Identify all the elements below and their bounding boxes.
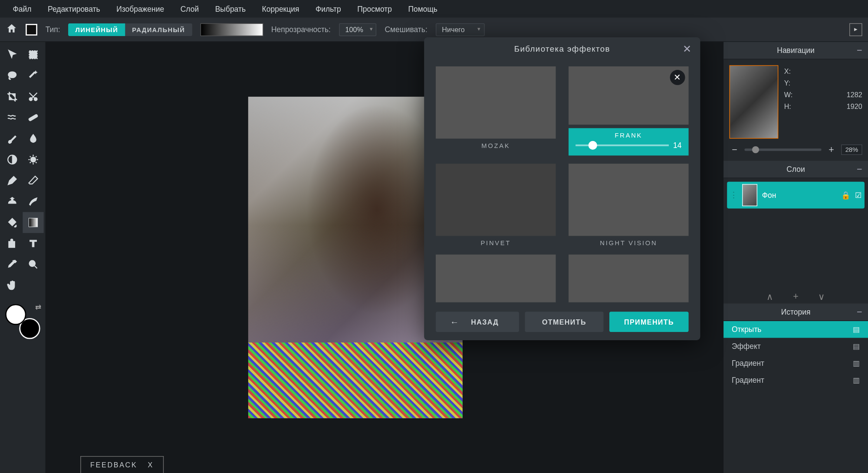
svg-point-9 bbox=[30, 260, 35, 266]
nav-info: X: Y: W:1282 H:1920 bbox=[784, 65, 862, 138]
sharpen-tool[interactable] bbox=[23, 149, 43, 170]
modal-close-icon[interactable]: ✕ bbox=[683, 43, 692, 56]
nav-title: Навигации bbox=[777, 46, 815, 55]
gradient-tool-icon bbox=[26, 23, 37, 35]
lasso-tool[interactable] bbox=[2, 65, 23, 86]
effect-frank[interactable]: ✕ FRANK 14 bbox=[569, 66, 689, 155]
feedback-tab[interactable]: FEEDBACK X bbox=[80, 456, 164, 473]
wand-tool[interactable] bbox=[23, 65, 43, 86]
gradient-tool[interactable] bbox=[23, 212, 43, 233]
menu-layer[interactable]: Слой bbox=[172, 1, 207, 16]
menu-image[interactable]: Изображение bbox=[108, 1, 172, 16]
blur-tool[interactable] bbox=[23, 128, 43, 149]
dodge-tool[interactable] bbox=[2, 149, 23, 170]
effect-label: FRANK bbox=[575, 131, 681, 138]
effect-slider[interactable] bbox=[575, 145, 668, 146]
opacity-label: Непрозрачность: bbox=[271, 25, 331, 34]
svg-point-1 bbox=[8, 72, 16, 78]
nav-panel-body: X: Y: W:1282 H:1920 bbox=[723, 59, 868, 142]
liquify-tool[interactable] bbox=[2, 107, 23, 128]
nav-x-label: X: bbox=[784, 68, 791, 76]
crop-tool[interactable] bbox=[2, 86, 23, 107]
zoom-slider[interactable] bbox=[744, 148, 821, 151]
menu-help[interactable]: Помощь bbox=[400, 1, 446, 16]
layers-title: Слои bbox=[786, 165, 805, 174]
nav-minimize-icon[interactable]: − bbox=[857, 45, 862, 56]
menu-view[interactable]: Просмотр bbox=[349, 1, 400, 16]
effect-thumb bbox=[436, 164, 556, 236]
effect-label: MOZAK bbox=[481, 142, 510, 149]
layer-add-icon[interactable]: + bbox=[793, 291, 799, 302]
effect-preview-5[interactable] bbox=[436, 255, 556, 302]
history-item-gradient[interactable]: Градиент▥ bbox=[723, 355, 868, 371]
history-icon: ▥ bbox=[853, 376, 860, 384]
modal-buttons: НАЗАД ОТМЕНИТЬ ПРИМЕНИТЬ bbox=[424, 305, 700, 332]
color-swatches[interactable]: ⇄ bbox=[5, 304, 40, 339]
layer-row[interactable]: ⋮ Фон 🔒 ☑ bbox=[727, 182, 865, 209]
text-tool[interactable] bbox=[23, 233, 43, 254]
zoom-value[interactable]: 28% bbox=[841, 145, 862, 155]
history-minimize-icon[interactable]: − bbox=[857, 307, 862, 317]
zoom-tool[interactable] bbox=[23, 254, 43, 275]
clone-tool[interactable] bbox=[2, 191, 23, 212]
layer-buttons: ∧ + ∨ bbox=[723, 288, 868, 303]
blend-dropdown[interactable]: Ничего bbox=[436, 23, 485, 36]
effect-pinvet[interactable]: PINVET bbox=[436, 164, 556, 246]
panel-toggle-icon[interactable] bbox=[849, 23, 862, 36]
opacity-dropdown[interactable]: 100% bbox=[339, 23, 377, 36]
history-item-gradient[interactable]: Градиент▥ bbox=[723, 371, 868, 388]
pen-tool[interactable] bbox=[2, 170, 23, 191]
move-tool[interactable] bbox=[2, 44, 23, 65]
cancel-button[interactable]: ОТМЕНИТЬ bbox=[525, 312, 604, 332]
nav-y-label: Y: bbox=[784, 79, 790, 88]
fill-tool[interactable] bbox=[2, 212, 23, 233]
home-icon[interactable] bbox=[6, 23, 17, 36]
nav-thumbnail[interactable] bbox=[730, 65, 779, 138]
effect-preview-6[interactable] bbox=[569, 255, 689, 302]
zoom-in-button[interactable]: + bbox=[826, 145, 836, 155]
effect-night-vision[interactable]: NIGHT VISION bbox=[569, 164, 689, 246]
effects-grid: MOZAK ✕ FRANK 14 PINVET NIGHT VISION bbox=[424, 61, 700, 305]
lock-icon[interactable]: 🔒 bbox=[841, 191, 850, 200]
history-item-open[interactable]: Открыть▤ bbox=[723, 321, 868, 338]
fg-color-swatch[interactable] bbox=[5, 304, 26, 325]
history-icon: ▥ bbox=[853, 359, 860, 368]
effect-value: 14 bbox=[673, 141, 681, 150]
layer-thumbnail bbox=[742, 184, 757, 206]
radial-button[interactable]: РАДИАЛЬНЫЙ bbox=[125, 23, 192, 36]
swap-colors-icon[interactable]: ⇄ bbox=[35, 303, 42, 312]
feedback-close-icon[interactable]: X bbox=[148, 461, 154, 469]
menu-select[interactable]: Выбрать bbox=[207, 1, 254, 16]
marquee-tool[interactable] bbox=[23, 44, 43, 65]
layers-minimize-icon[interactable]: − bbox=[857, 164, 862, 174]
hand-tool[interactable] bbox=[2, 275, 23, 296]
heal-tool[interactable] bbox=[23, 107, 43, 128]
gradient-preview[interactable] bbox=[200, 23, 263, 36]
nav-h-value: 1920 bbox=[847, 102, 862, 111]
back-button[interactable]: НАЗАД bbox=[436, 312, 519, 332]
brush-tool[interactable] bbox=[2, 128, 23, 149]
menu-bar: Файл Редактировать Изображение Слой Выбр… bbox=[0, 0, 868, 17]
effect-remove-icon[interactable]: ✕ bbox=[670, 70, 685, 85]
layer-grip-icon[interactable]: ⋮ bbox=[730, 191, 738, 200]
smudge-tool[interactable] bbox=[23, 191, 43, 212]
eyedropper-tool[interactable] bbox=[2, 254, 23, 275]
visibility-icon[interactable]: ☑ bbox=[855, 191, 862, 200]
apply-button[interactable]: ПРИМЕНИТЬ bbox=[609, 312, 688, 332]
layer-down-icon[interactable]: ∨ bbox=[818, 291, 825, 302]
menu-adjust[interactable]: Коррекция bbox=[254, 1, 307, 16]
effect-mozak[interactable]: MOZAK bbox=[436, 66, 556, 155]
eraser-tool[interactable] bbox=[23, 170, 43, 191]
history-icon: ▤ bbox=[853, 325, 860, 334]
zoom-out-button[interactable]: − bbox=[730, 145, 740, 155]
effect-thumb bbox=[436, 255, 556, 302]
menu-file[interactable]: Файл bbox=[5, 1, 39, 16]
cut-tool[interactable] bbox=[23, 86, 43, 107]
layer-up-icon[interactable]: ∧ bbox=[766, 291, 773, 302]
shape-tool[interactable] bbox=[2, 233, 23, 254]
menu-filter[interactable]: Фильтр bbox=[307, 1, 349, 16]
history-item-effect[interactable]: Эффект▤ bbox=[723, 338, 868, 355]
history-title: История bbox=[781, 308, 811, 316]
menu-edit[interactable]: Редактировать bbox=[39, 1, 108, 16]
linear-button[interactable]: ЛИНЕЙНЫЙ bbox=[68, 23, 125, 36]
